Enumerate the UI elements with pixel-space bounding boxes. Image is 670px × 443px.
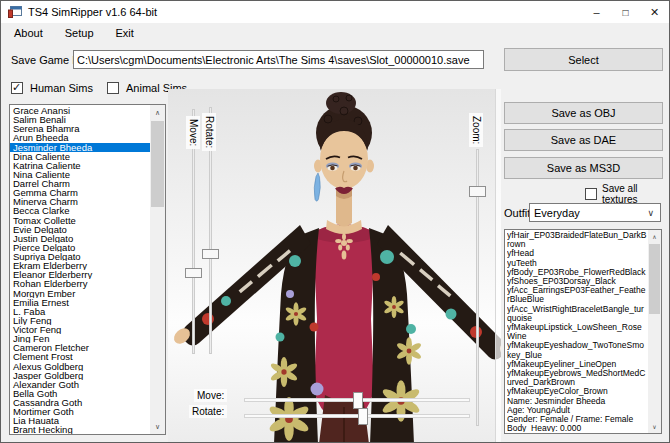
- sim-list-item[interactable]: Gemma Charm: [10, 188, 150, 197]
- sim-list-item[interactable]: Becca Clarke: [10, 206, 150, 215]
- zoom-label: Zoom:: [469, 113, 483, 147]
- sim-list-item[interactable]: Brant Hecking: [10, 425, 150, 434]
- sim-list-item[interactable]: Ekram Elderberry: [10, 261, 150, 270]
- sim-list-item[interactable]: Supriya Delgato: [10, 252, 150, 261]
- minimize-icon[interactable]: –: [582, 1, 611, 23]
- select-button[interactable]: Select: [504, 48, 663, 71]
- sim-list-item[interactable]: Arun Bheeda: [10, 133, 150, 142]
- sim-details-text: yfHair_EP03BraidedFlateBun_DarkBrown yfH…: [507, 231, 647, 432]
- rotate-vertical-label: Rotate:: [202, 113, 216, 151]
- save-all-textures-checkbox[interactable]: [585, 188, 597, 200]
- sim-list-item[interactable]: Grace Anansi: [10, 106, 150, 115]
- window-title: TS4 SimRipper v1.6 64-bit: [28, 6, 157, 18]
- sim-list-item[interactable]: Lily Feng: [10, 316, 150, 325]
- save-as-dae-button[interactable]: Save as DAE: [504, 129, 663, 151]
- move-horizontal-slider-thumb[interactable]: [353, 392, 363, 409]
- human-sims-filter: Human Sims: [11, 82, 93, 94]
- sim-list-scrollbar[interactable]: ∧ ∨: [150, 105, 165, 434]
- rotate-vertical-slider-thumb[interactable]: [202, 249, 219, 259]
- save-all-textures-option: Save all textures: [585, 183, 669, 205]
- menu-exit[interactable]: Exit: [105, 24, 145, 42]
- scrollbar-thumb[interactable]: [649, 244, 660, 314]
- sim-details-box[interactable]: yfHair_EP03BraidedFlateBun_DarkBrown yfH…: [504, 229, 662, 434]
- sim-list-item[interactable]: Bella Goth: [10, 389, 150, 398]
- outfit-value: Everyday: [534, 207, 580, 219]
- scroll-up-icon[interactable]: ∧: [648, 230, 661, 243]
- sim-list-item[interactable]: Eleanor Elderberry: [10, 270, 150, 279]
- sim-list-item[interactable]: Mortimer Goth: [10, 407, 150, 416]
- details-scrollbar[interactable]: ∧ ∨: [648, 230, 661, 433]
- rotate-horizontal-label: Rotate:: [189, 405, 227, 418]
- sim-list-item[interactable]: Alexander Goth: [10, 380, 150, 389]
- sim-list-item[interactable]: Justin Delgato: [10, 234, 150, 243]
- chevron-down-icon: ∨: [647, 208, 660, 218]
- maximize-icon[interactable]: □: [611, 1, 640, 23]
- save-as-ms3d-button[interactable]: Save as MS3D: [504, 157, 663, 179]
- app-icon: [8, 6, 22, 18]
- app-window: TS4 SimRipper v1.6 64-bit – □ ✕ About Se…: [0, 0, 670, 443]
- save-game-file-input[interactable]: [73, 50, 484, 69]
- scroll-down-icon[interactable]: ∨: [150, 419, 165, 434]
- sim-list-item[interactable]: Salim Benali: [10, 115, 150, 124]
- animal-sims-checkbox[interactable]: [107, 82, 119, 94]
- sim-list-item[interactable]: Jasper Goldberg: [10, 371, 150, 380]
- sim-list-item[interactable]: Minerva Charm: [10, 197, 150, 206]
- sim-list-item[interactable]: Alexus Goldberg: [10, 362, 150, 371]
- sim-list-item[interactable]: Jing Fen: [10, 334, 150, 343]
- scroll-down-icon[interactable]: ∨: [648, 420, 661, 433]
- sim-list-item[interactable]: Evie Delgato: [10, 225, 150, 234]
- sim-list-item[interactable]: Nina Caliente: [10, 170, 150, 179]
- sim-list-item[interactable]: Emilia Ernest: [10, 298, 150, 307]
- sim-list-item[interactable]: Pierce Delgato: [10, 243, 150, 252]
- sim-list-item[interactable]: Serena Bhamra: [10, 124, 150, 133]
- sim-list-item[interactable]: Tomax Collette: [10, 216, 150, 225]
- move-vertical-label: Move:: [186, 116, 200, 149]
- save-all-textures-label: Save all textures: [602, 183, 669, 205]
- rotate-horizontal-slider-track[interactable]: [244, 414, 470, 418]
- sim-list-item[interactable]: Cameron Fletcher: [10, 343, 150, 352]
- menu-bar: About Setup Exit: [1, 23, 669, 43]
- sim-list-item[interactable]: L. Faba: [10, 307, 150, 316]
- sim-list-item[interactable]: Katrina Caliente: [10, 161, 150, 170]
- preview-viewport[interactable]: Move: Rotate: Zoom: Move: Rotate:: [168, 89, 501, 443]
- menu-about[interactable]: About: [3, 24, 54, 42]
- sim-list-item[interactable]: Darrel Charm: [10, 179, 150, 188]
- sim-list-item[interactable]: Morgyn Ember: [10, 289, 150, 298]
- rotate-horizontal-slider-thumb[interactable]: [358, 408, 368, 425]
- sim-list: Grace AnansiSalim BenaliSerena BhamraAru…: [10, 106, 150, 434]
- sim-list-item[interactable]: Clement Frost: [10, 352, 150, 361]
- human-sims-checkbox[interactable]: [11, 82, 23, 94]
- save-as-obj-button[interactable]: Save as OBJ: [504, 102, 663, 124]
- sim-list-item[interactable]: Lia Hauata: [10, 416, 150, 425]
- viewport-edge: [495, 89, 501, 443]
- zoom-slider-thumb[interactable]: [469, 186, 486, 197]
- close-icon[interactable]: ✕: [640, 1, 669, 23]
- human-sims-label: Human Sims: [30, 82, 93, 94]
- sim-list-item[interactable]: Rohan Elderberry: [10, 279, 150, 288]
- outfit-dropdown[interactable]: Everyday ∨: [529, 203, 661, 222]
- move-vertical-slider-thumb[interactable]: [185, 268, 202, 278]
- sim-listbox[interactable]: Grace AnansiSalim BenaliSerena BhamraAru…: [9, 104, 166, 435]
- sim-list-item[interactable]: Victor Feng: [10, 325, 150, 334]
- move-horizontal-label: Move:: [194, 389, 227, 402]
- scroll-up-icon[interactable]: ∧: [150, 105, 165, 120]
- sim-list-item[interactable]: Cassandra Goth: [10, 398, 150, 407]
- sim-list-item[interactable]: Dina Caliente: [10, 152, 150, 161]
- sim-list-item[interactable]: Jesminder Bheeda: [10, 143, 150, 152]
- scrollbar-thumb[interactable]: [151, 121, 164, 207]
- menu-setup[interactable]: Setup: [54, 24, 105, 42]
- title-bar: TS4 SimRipper v1.6 64-bit – □ ✕: [1, 1, 669, 23]
